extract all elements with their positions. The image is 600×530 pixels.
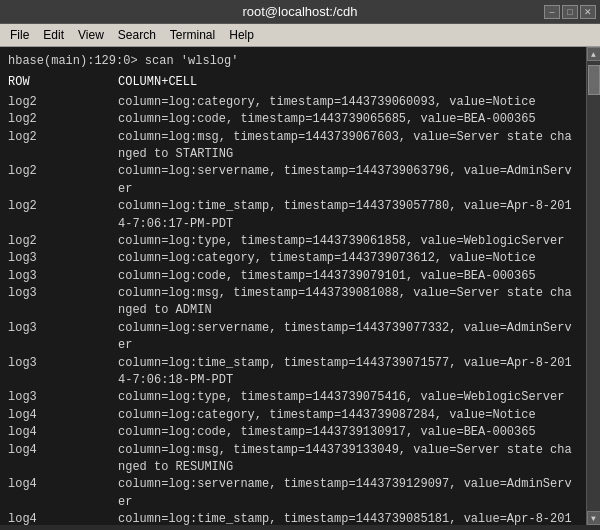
table-header: ROW COLUMN+CELL — [8, 74, 578, 91]
log-row-label: log3 — [8, 389, 118, 406]
log-cell-value: column=log:category, timestamp=144373908… — [118, 407, 578, 424]
log-cell-value: column=log:type, timestamp=1443739061858… — [118, 233, 578, 250]
prompt-line: hbase(main):129:0> scan 'wlslog' — [8, 53, 578, 70]
menubar-item-search[interactable]: Search — [112, 26, 162, 44]
log-cell-value: column=log:code, timestamp=1443739065685… — [118, 111, 578, 128]
log-entry: log3column=log:msg, timestamp=1443739081… — [8, 285, 578, 320]
log-cell-value: column=log:code, timestamp=1443739130917… — [118, 424, 578, 441]
log-entry: log3column=log:servername, timestamp=144… — [8, 320, 578, 355]
log-cell-value: column=log:msg, timestamp=1443739081088,… — [118, 285, 578, 320]
log-cell-value: column=log:type, timestamp=1443739075416… — [118, 389, 578, 406]
log-cell-value: column=log:code, timestamp=1443739079101… — [118, 268, 578, 285]
log-entry: log4column=log:category, timestamp=14437… — [8, 407, 578, 424]
scroll-down-arrow[interactable]: ▼ — [587, 511, 601, 525]
menubar-item-file[interactable]: File — [4, 26, 35, 44]
log-entry: log2column=log:time_stamp, timestamp=144… — [8, 198, 578, 233]
scrollbar-track[interactable] — [587, 61, 600, 511]
log-row-label: log2 — [8, 94, 118, 111]
titlebar-title: root@localhost:/cdh — [242, 4, 357, 19]
log-entry: log4column=log:msg, timestamp=1443739133… — [8, 442, 578, 477]
log-cell-value: column=log:category, timestamp=144373906… — [118, 94, 578, 111]
log-cell-value: column=log:servername, timestamp=1443739… — [118, 320, 578, 355]
col-cell-header: COLUMN+CELL — [118, 74, 578, 91]
minimize-button[interactable]: – — [544, 5, 560, 19]
log-row-label: log3 — [8, 250, 118, 267]
menubar: FileEditViewSearchTerminalHelp — [0, 24, 600, 47]
terminal-wrapper: hbase(main):129:0> scan 'wlslog' ROW COL… — [0, 47, 600, 525]
log-entry: log2column=log:code, timestamp=144373906… — [8, 111, 578, 128]
log-row-label: log2 — [8, 163, 118, 180]
log-entry: log3column=log:time_stamp, timestamp=144… — [8, 355, 578, 390]
menubar-item-edit[interactable]: Edit — [37, 26, 70, 44]
log-entry: log2column=log:category, timestamp=14437… — [8, 94, 578, 111]
log-row-label: log3 — [8, 355, 118, 372]
log-cell-value: column=log:time_stamp, timestamp=1443739… — [118, 198, 578, 233]
log-row-label: log3 — [8, 268, 118, 285]
log-cell-value: column=log:time_stamp, timestamp=1443739… — [118, 511, 578, 525]
log-row-label: log4 — [8, 511, 118, 525]
menubar-item-view[interactable]: View — [72, 26, 110, 44]
titlebar-controls: – □ ✕ — [544, 5, 596, 19]
scroll-up-arrow[interactable]: ▲ — [587, 47, 601, 61]
scrollbar[interactable]: ▲ ▼ — [586, 47, 600, 525]
titlebar: root@localhost:/cdh – □ ✕ — [0, 0, 600, 24]
log-entry: log4column=log:servername, timestamp=144… — [8, 476, 578, 511]
log-row-label: log2 — [8, 129, 118, 146]
terminal-content[interactable]: hbase(main):129:0> scan 'wlslog' ROW COL… — [0, 47, 586, 525]
log-row-label: log2 — [8, 233, 118, 250]
log-row-label: log3 — [8, 285, 118, 302]
log-entries: log2column=log:category, timestamp=14437… — [8, 94, 578, 525]
log-entry: log2column=log:servername, timestamp=144… — [8, 163, 578, 198]
menubar-item-terminal[interactable]: Terminal — [164, 26, 221, 44]
log-row-label: log3 — [8, 320, 118, 337]
log-entry: log2column=log:type, timestamp=144373906… — [8, 233, 578, 250]
col-row-header: ROW — [8, 74, 118, 91]
log-cell-value: column=log:time_stamp, timestamp=1443739… — [118, 355, 578, 390]
log-cell-value: column=log:msg, timestamp=1443739133049,… — [118, 442, 578, 477]
maximize-button[interactable]: □ — [562, 5, 578, 19]
log-entry: log3column=log:category, timestamp=14437… — [8, 250, 578, 267]
close-button[interactable]: ✕ — [580, 5, 596, 19]
log-row-label: log4 — [8, 476, 118, 493]
log-cell-value: column=log:servername, timestamp=1443739… — [118, 163, 578, 198]
log-row-label: log4 — [8, 407, 118, 424]
log-row-label: log4 — [8, 424, 118, 441]
log-entry: log4column=log:time_stamp, timestamp=144… — [8, 511, 578, 525]
log-entry: log2column=log:msg, timestamp=1443739067… — [8, 129, 578, 164]
menubar-item-help[interactable]: Help — [223, 26, 260, 44]
log-row-label: log2 — [8, 198, 118, 215]
log-cell-value: column=log:category, timestamp=144373907… — [118, 250, 578, 267]
log-entry: log3column=log:code, timestamp=144373907… — [8, 268, 578, 285]
scrollbar-thumb[interactable] — [588, 65, 600, 95]
log-row-label: log2 — [8, 111, 118, 128]
log-row-label: log4 — [8, 442, 118, 459]
log-entry: log3column=log:type, timestamp=144373907… — [8, 389, 578, 406]
log-cell-value: column=log:msg, timestamp=1443739067603,… — [118, 129, 578, 164]
log-cell-value: column=log:servername, timestamp=1443739… — [118, 476, 578, 511]
log-entry: log4column=log:code, timestamp=144373913… — [8, 424, 578, 441]
